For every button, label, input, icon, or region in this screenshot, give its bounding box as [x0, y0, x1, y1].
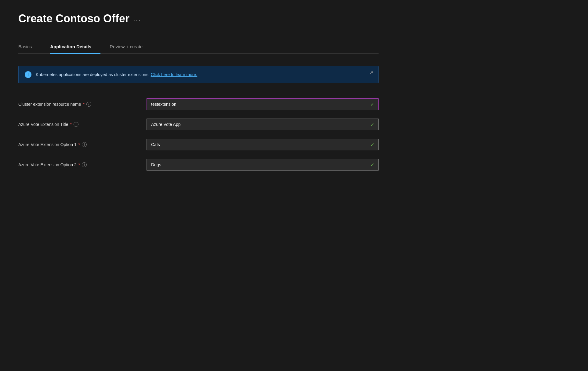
tabs-container: Basics Application Details Review + crea…: [18, 40, 379, 54]
azure-vote-option2-input[interactable]: [147, 159, 379, 171]
input-wrapper-azure-vote-option1: ✓: [147, 139, 379, 150]
input-wrapper-azure-vote-option2: ✓: [147, 159, 379, 171]
checkmark-icon-2: ✓: [370, 122, 374, 127]
label-azure-vote-title: Azure Vote Extension Title * i: [18, 122, 140, 127]
page-container: Create Contoso Offer ... Basics Applicat…: [0, 0, 397, 183]
input-wrapper-azure-vote-title: ✓: [147, 119, 379, 130]
azure-vote-title-input[interactable]: [147, 119, 379, 130]
page-title: Create Contoso Offer ...: [18, 12, 379, 25]
external-link-icon[interactable]: ↗: [370, 70, 373, 75]
checkmark-icon-1: ✓: [370, 101, 374, 107]
checkmark-icon-3: ✓: [370, 142, 374, 148]
info-banner-link[interactable]: Click here to learn more.: [151, 72, 198, 77]
tab-basics[interactable]: Basics: [18, 40, 41, 53]
required-star-1: *: [83, 102, 84, 107]
info-tooltip-2[interactable]: i: [74, 122, 78, 127]
info-tooltip-4[interactable]: i: [82, 162, 87, 167]
tab-application-details[interactable]: Application Details: [50, 40, 100, 53]
form-section: Cluster extension resource name * i ✓ Az…: [18, 98, 379, 171]
label-cluster-extension-name: Cluster extension resource name * i: [18, 102, 140, 107]
label-azure-vote-option1: Azure Vote Extension Option 1 * i: [18, 142, 140, 147]
form-row-azure-vote-option2: Azure Vote Extension Option 2 * i ✓: [18, 159, 379, 171]
info-tooltip-1[interactable]: i: [86, 102, 91, 107]
info-banner: i Kubernetes applications are deployed a…: [18, 66, 379, 83]
required-star-2: *: [70, 122, 71, 127]
tab-review-create[interactable]: Review + create: [110, 40, 152, 53]
azure-vote-option1-input[interactable]: [147, 139, 379, 150]
info-circle-icon: i: [25, 71, 31, 78]
form-row-cluster-extension-name: Cluster extension resource name * i ✓: [18, 98, 379, 110]
cluster-extension-name-input[interactable]: [147, 98, 379, 110]
required-star-4: *: [78, 162, 80, 167]
form-row-azure-vote-option1: Azure Vote Extension Option 1 * i ✓: [18, 139, 379, 150]
page-title-text: Create Contoso Offer: [18, 12, 129, 25]
form-row-azure-vote-title: Azure Vote Extension Title * i ✓: [18, 119, 379, 130]
input-wrapper-cluster-extension-name: ✓: [147, 98, 379, 110]
label-azure-vote-option2: Azure Vote Extension Option 2 * i: [18, 162, 140, 167]
required-star-3: *: [78, 142, 80, 147]
info-tooltip-3[interactable]: i: [82, 142, 87, 147]
checkmark-icon-4: ✓: [370, 162, 374, 168]
info-banner-text: Kubernetes applications are deployed as …: [36, 72, 197, 77]
page-title-ellipsis: ...: [133, 14, 141, 23]
